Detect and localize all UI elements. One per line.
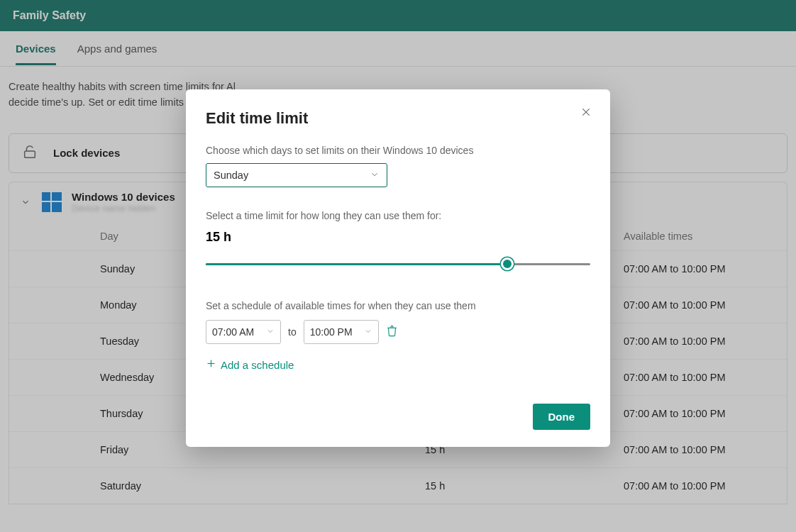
to-time-select[interactable]: 10:00 PM — [304, 320, 379, 344]
select-limit-label: Select a time limit for how long they ca… — [206, 210, 590, 221]
modal-title: Edit time limit — [206, 109, 590, 128]
plus-icon — [206, 358, 216, 371]
time-limit-value: 15 h — [206, 230, 590, 245]
close-icon — [580, 106, 592, 121]
choose-days-label: Choose which days to set limits on their… — [206, 145, 590, 156]
add-schedule-button[interactable]: Add a schedule — [206, 358, 590, 371]
chevron-down-icon — [370, 170, 380, 182]
chevron-down-icon — [266, 326, 275, 338]
edit-time-limit-modal: Edit time limit Choose which days to set… — [186, 89, 610, 447]
done-button[interactable]: Done — [533, 404, 591, 430]
add-schedule-label: Add a schedule — [221, 359, 294, 371]
modal-close-button[interactable] — [577, 105, 595, 122]
to-label: to — [288, 326, 297, 338]
time-limit-slider[interactable] — [206, 257, 590, 270]
trash-icon — [386, 327, 398, 339]
day-select-value: Sunday — [214, 170, 248, 181]
to-time-value: 10:00 PM — [310, 326, 353, 338]
chevron-down-icon — [364, 326, 372, 338]
from-time-value: 07:00 AM — [212, 326, 254, 338]
slider-fill — [206, 263, 507, 265]
modal-overlay: Edit time limit Choose which days to set… — [0, 0, 796, 532]
modal-footer: Done — [206, 404, 590, 430]
from-time-select[interactable]: 07:00 AM — [206, 320, 281, 344]
slider-thumb[interactable] — [501, 257, 514, 270]
schedule-time-row: 07:00 AM to 10:00 PM — [206, 320, 590, 344]
day-select[interactable]: Sunday — [206, 163, 387, 187]
delete-schedule-button[interactable] — [386, 325, 398, 340]
schedule-label: Set a schedule of available times for wh… — [206, 300, 590, 311]
